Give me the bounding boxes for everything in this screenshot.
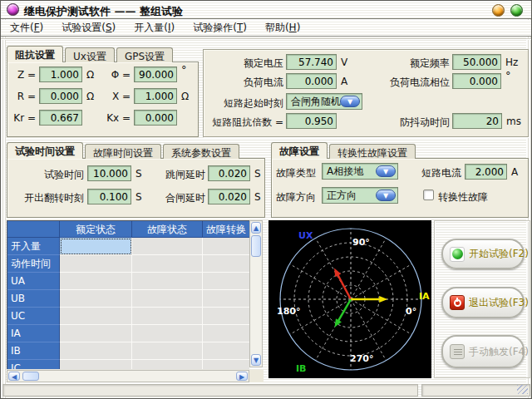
table-column-header[interactable]: 故障状态: [132, 221, 203, 238]
scroll-down-icon[interactable]: ▼: [251, 354, 261, 366]
table-cell[interactable]: [132, 273, 203, 290]
flip-time-input[interactable]: [87, 189, 131, 204]
menu-item[interactable]: 开入量(I): [125, 19, 184, 37]
load-current-input[interactable]: [286, 73, 337, 89]
convert-fault-checkbox[interactable]: [423, 190, 434, 200]
vscroll-thumb[interactable]: [251, 235, 261, 257]
exit-test-label: 退出试验(F3): [469, 296, 529, 310]
table-cell[interactable]: [203, 342, 249, 360]
tab-ux-settings[interactable]: Ux设置: [65, 47, 115, 62]
table-cell[interactable]: [132, 342, 203, 360]
start-test-button[interactable]: 开始试验(F2): [441, 239, 525, 269]
rated-voltage-unit: V: [341, 57, 347, 68]
minimize-button[interactable]: [492, 4, 505, 17]
tab-fault-time-settings[interactable]: 故障时间设置: [85, 144, 161, 159]
tab-impedance-settings[interactable]: 阻抗设置: [7, 46, 63, 62]
table-row-label: UB: [7, 290, 60, 308]
table-cell[interactable]: [132, 308, 203, 325]
table-cell[interactable]: [203, 325, 249, 342]
table-row: IC: [7, 360, 249, 369]
svg-text:90°: 90°: [352, 237, 370, 248]
table-cell[interactable]: [60, 290, 132, 308]
scroll-up-icon[interactable]: ▲: [251, 222, 261, 234]
fault-type-combobox[interactable]: A相接地 ▼: [322, 163, 398, 180]
manual-trigger-button[interactable]: 手动触发(F4): [441, 335, 525, 368]
short-start-combobox[interactable]: 合闸角随机 ▼: [286, 93, 362, 110]
vertical-scrollbar[interactable]: ▲ ▼: [249, 220, 263, 367]
r-input[interactable]: [39, 88, 82, 104]
menu-item[interactable]: 文件(F): [1, 19, 52, 37]
fault-direction-combobox[interactable]: 正方向 ▼: [322, 187, 398, 204]
svg-text:180°: 180°: [277, 306, 300, 317]
table-column-header[interactable]: 额定状态: [60, 221, 132, 238]
tab-gps-settings[interactable]: GPS设置: [116, 47, 173, 62]
scroll-right-icon[interactable]: ▶: [236, 372, 248, 381]
debounce-label: 防抖动时间: [373, 116, 450, 130]
table-cell[interactable]: [203, 273, 249, 290]
table-cell[interactable]: [60, 255, 132, 273]
scroll-left-icon[interactable]: ◀: [8, 372, 20, 381]
tab-fault-settings[interactable]: 故障设置: [271, 142, 328, 159]
table-cell[interactable]: [132, 325, 203, 342]
tab-test-time-settings[interactable]: 试验时间设置: [7, 142, 83, 159]
x-unit: Ω: [181, 91, 189, 102]
chevron-down-icon[interactable]: ▼: [376, 190, 396, 201]
title-bar[interactable]: 继电保护测试软件 —— 整组试验: [1, 1, 531, 19]
app-icon: [7, 3, 19, 16]
close-button[interactable]: [510, 4, 523, 17]
table-cell[interactable]: [60, 360, 132, 369]
rated-freq-input[interactable]: [452, 54, 501, 70]
status-bar-left: [2, 384, 418, 397]
table-row: IB: [7, 342, 249, 360]
close-delay-input[interactable]: [208, 189, 250, 204]
table-cell[interactable]: [203, 238, 249, 255]
table-cell[interactable]: [60, 342, 132, 360]
chevron-down-icon[interactable]: ▼: [340, 96, 360, 107]
kx-input[interactable]: [134, 110, 177, 126]
fault-type-label: 故障类型: [274, 166, 316, 180]
rated-voltage-input[interactable]: [286, 54, 337, 70]
impedance-mult-input[interactable]: [286, 113, 337, 129]
short-start-value: 合闸角随机: [291, 95, 341, 109]
table-row-label: 动作时间: [7, 255, 60, 273]
trip-delay-input[interactable]: [208, 165, 250, 181]
menu-item[interactable]: 试验设置(S): [52, 19, 125, 37]
table-cell[interactable]: [60, 325, 132, 342]
table-cell[interactable]: [203, 290, 249, 308]
x-input[interactable]: [134, 88, 177, 104]
table-cell[interactable]: [132, 360, 203, 369]
table-cell[interactable]: [60, 308, 132, 325]
flip-time-label: 开出翻转时刻: [9, 191, 84, 205]
z-input[interactable]: [39, 66, 82, 82]
toolbar-divider: [1, 38, 531, 40]
phi-input[interactable]: [134, 66, 177, 82]
kr-input[interactable]: [39, 110, 82, 126]
debounce-input[interactable]: [452, 113, 502, 129]
table-cell[interactable]: [203, 308, 249, 325]
table-cell[interactable]: [132, 290, 203, 308]
fault-direction-label: 故障方向: [274, 190, 316, 204]
fault-tabstrip: 故障设置 转换性故障设置: [271, 142, 417, 159]
hscroll-thumb[interactable]: [22, 372, 39, 381]
load-phase-input[interactable]: [452, 73, 501, 89]
table-row: 动作时间: [7, 255, 249, 273]
horizontal-scrollbar[interactable]: ◀ ▶: [7, 370, 249, 382]
tab-convert-fault-settings[interactable]: 转换性故障设置: [329, 144, 416, 159]
table-cell[interactable]: [132, 255, 203, 273]
table-header-corner: [7, 221, 60, 238]
table-cell[interactable]: [60, 273, 132, 290]
short-current-input[interactable]: [465, 164, 507, 180]
table-row: UC: [7, 308, 249, 325]
table-cell[interactable]: [203, 360, 249, 369]
menu-item[interactable]: 帮助(H): [256, 19, 309, 37]
table-column-header[interactable]: 故障转换: [203, 221, 249, 238]
table-cell[interactable]: [203, 255, 249, 273]
table-cell[interactable]: [60, 238, 132, 255]
chevron-down-icon[interactable]: ▼: [376, 165, 396, 177]
resize-grip[interactable]: [517, 385, 528, 394]
test-time-input[interactable]: [87, 165, 131, 181]
table-cell[interactable]: [132, 238, 203, 255]
exit-test-button[interactable]: 退出试验(F3): [441, 287, 525, 318]
menu-item[interactable]: 试验操作(T): [184, 19, 256, 37]
tab-system-param-settings[interactable]: 系统参数设置: [163, 144, 239, 159]
